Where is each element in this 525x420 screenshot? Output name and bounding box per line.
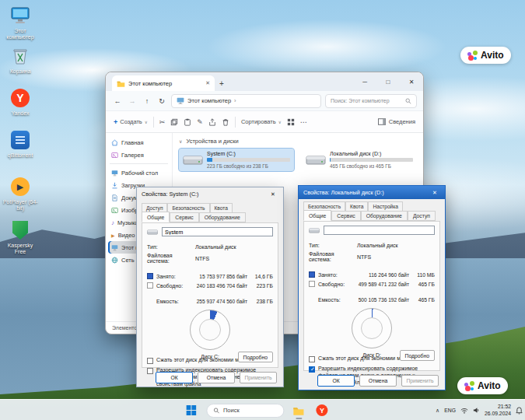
volume-icon[interactable] — [473, 407, 480, 414]
ok-button[interactable]: ОК — [156, 372, 193, 383]
start-button[interactable] — [183, 402, 200, 419]
avito-watermark: Avito — [460, 47, 511, 64]
view-button[interactable] — [287, 118, 295, 126]
desktop-icon-kaspersky[interactable]: Kaspersky Free — [2, 219, 39, 255]
yandex-icon: Y — [9, 87, 31, 109]
tab-customize[interactable]: Настройка — [368, 201, 402, 211]
chevron-down-icon: ∨ — [278, 120, 282, 124]
free-bytes: 499 589 471 232 байт — [357, 282, 409, 287]
paste-button[interactable] — [184, 118, 191, 126]
desktop-icon-app[interactable]: qBittorrent — [2, 129, 39, 159]
tab-tools[interactable]: Сервис — [170, 212, 198, 222]
drive-tile-c[interactable]: System (C:) 223 ГБ свободно из 238 ГБ — [179, 149, 294, 171]
back-button[interactable]: ← — [112, 97, 123, 105]
pictures-icon — [111, 207, 118, 214]
breadcrumb[interactable]: Этот компьютер — [187, 97, 231, 104]
forward-button[interactable]: → — [127, 97, 138, 105]
desktop-icon-potplayer[interactable]: ▶ PotPlayer (64-bit) — [2, 176, 39, 212]
drive-tile-d[interactable]: Локальный диск (D:) 465 ГБ свободно из 4… — [302, 149, 417, 171]
search-placeholder: Поиск: Этот компьютер — [331, 98, 390, 103]
tray-overflow-button[interactable]: ∧ — [436, 408, 439, 414]
share-button[interactable] — [208, 118, 216, 126]
dialog-general-page: Тип:Локальный диск Файловая система:NTFS… — [142, 222, 278, 368]
wifi-icon[interactable] — [460, 408, 468, 414]
search-placeholder: Поиск — [223, 407, 240, 414]
desktop-icon-recycle-bin[interactable]: Корзина — [2, 45, 39, 75]
taskbar-explorer-button[interactable] — [290, 402, 307, 419]
ok-button[interactable]: ОК — [317, 375, 355, 387]
more-button[interactable]: ⋯ — [300, 118, 307, 126]
close-icon[interactable]: ✕ — [268, 191, 278, 198]
taskbar-yandex-button[interactable]: Y — [313, 402, 331, 419]
compress-checkbox[interactable] — [309, 356, 315, 362]
tab-quota[interactable]: Квота — [345, 201, 368, 211]
explorer-tab[interactable]: Этот компьютер ✕ — [112, 75, 215, 91]
sidebar-item-gallery[interactable]: Галерея — [108, 149, 170, 161]
maximize-button[interactable]: □ — [376, 72, 400, 91]
copy-button[interactable] — [170, 118, 178, 126]
section-header[interactable]: ∨ Устройства и диски — [179, 138, 417, 145]
tab-general[interactable]: Общие — [142, 212, 170, 222]
delete-button[interactable] — [222, 118, 229, 126]
tab-tools[interactable]: Сервис — [331, 211, 360, 221]
new-tab-button[interactable]: + — [215, 75, 229, 91]
home-icon — [111, 139, 118, 146]
download-icon — [111, 182, 118, 189]
explorer-tabbar: Этот компьютер ✕ + ─ □ ✕ — [106, 72, 423, 91]
divider — [110, 163, 168, 164]
tab-hardware[interactable]: Оборудование — [361, 211, 408, 221]
taskbar-clock[interactable]: 21:52 26.09.2024 — [485, 404, 511, 416]
tab-close-icon[interactable]: ✕ — [205, 80, 210, 86]
search-input[interactable]: Поиск: Этот компьютер — [325, 94, 417, 108]
free-label: Свободно: — [156, 283, 195, 289]
free-bytes: 240 183 496 704 байт — [195, 283, 247, 289]
desktop-icon-label: Корзина — [10, 68, 31, 75]
used-bytes: 15 753 977 856 байт — [195, 274, 247, 279]
compress-checkbox[interactable] — [147, 358, 153, 364]
sidebar-item-desktop[interactable]: Рабочий стол — [108, 166, 170, 179]
used-label: Занято: — [156, 274, 195, 279]
language-indicator[interactable]: ENG — [444, 408, 456, 413]
windows-logo-icon — [186, 405, 196, 415]
apply-button[interactable]: Применить — [401, 375, 439, 387]
desktop-icon-this-pc[interactable]: Этот компьютер — [2, 5, 39, 40]
taskbar-search[interactable]: Поиск — [206, 404, 284, 418]
tab-general[interactable]: Общие — [303, 210, 331, 221]
cancel-button[interactable]: Отмена — [198, 372, 235, 383]
index-checkbox[interactable] — [147, 368, 153, 374]
sort-button[interactable]: Сортировать∨ — [241, 118, 282, 125]
network-icon — [111, 257, 118, 264]
cut-button[interactable]: ✂ — [159, 118, 166, 126]
index-checkbox[interactable] — [309, 366, 315, 373]
tab-hardware[interactable]: Оборудование — [199, 212, 246, 222]
rename-button[interactable]: ✎ — [197, 118, 203, 126]
notifications-bell-icon[interactable] — [516, 407, 523, 415]
refresh-button[interactable]: ↻ — [156, 97, 167, 105]
used-legend-swatch — [147, 273, 153, 279]
minimize-button[interactable]: ─ — [353, 72, 376, 91]
new-button[interactable]: +Создать∨ — [114, 118, 148, 126]
details-button[interactable]: Подробно — [400, 350, 435, 361]
cancel-button[interactable]: Отмена — [359, 375, 397, 387]
details-button[interactable]: Подробно — [238, 352, 273, 362]
close-icon[interactable]: ✕ — [429, 190, 440, 196]
desktop-icon-label: Этот компьютер — [2, 28, 39, 40]
video-icon: ▶ — [111, 233, 115, 238]
volume-label-input[interactable] — [324, 226, 435, 235]
drive-usage-bar — [330, 158, 413, 162]
address-input[interactable]: Этот компьютер › — [171, 94, 321, 108]
torrent-app-icon — [9, 129, 31, 151]
close-button[interactable]: ✕ — [400, 72, 423, 91]
sidebar-item-home[interactable]: Главная — [108, 136, 170, 149]
dialog-tabs: Безопасность Квота Настройка Общие Серви… — [299, 199, 445, 221]
tab-security[interactable]: Безопасность — [167, 203, 209, 212]
desktop-icon-yandex[interactable]: Y Yandex — [2, 87, 39, 117]
tab-sharing[interactable]: Доступ — [408, 211, 436, 221]
details-pane-button[interactable]: Сведения — [378, 118, 415, 125]
plus-icon: + — [114, 118, 117, 126]
free-size: 223 ГБ — [247, 283, 273, 289]
up-button[interactable]: ↑ — [142, 97, 152, 105]
tab-quota[interactable]: Квота — [210, 203, 233, 212]
apply-button[interactable]: Применить — [240, 372, 277, 383]
volume-label-input[interactable] — [162, 227, 273, 236]
